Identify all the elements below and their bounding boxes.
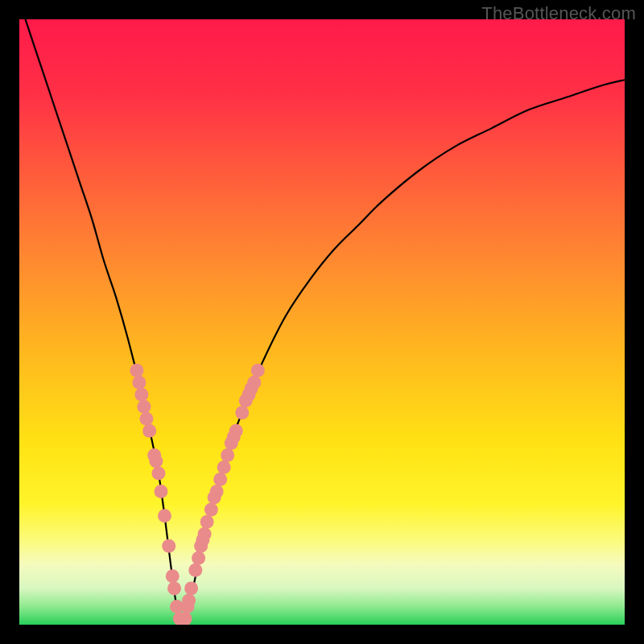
data-point-marker (154, 485, 167, 498)
bottleneck-chart (19, 19, 625, 625)
data-point-marker (213, 473, 227, 486)
data-point-marker (182, 593, 196, 607)
data-point-marker (162, 539, 175, 553)
chart-frame: TheBottleneck.com (0, 0, 644, 644)
watermark-text: TheBottleneck.com (481, 3, 636, 24)
data-point-marker (142, 424, 156, 438)
data-point-marker (139, 412, 153, 426)
data-point-marker (204, 503, 218, 517)
data-point-marker (132, 376, 146, 390)
data-point-marker (229, 424, 243, 438)
data-point-marker (247, 376, 261, 390)
data-point-marker (251, 364, 265, 378)
data-point-marker (200, 515, 214, 529)
data-point-marker (151, 467, 165, 481)
data-point-marker (130, 364, 143, 378)
gradient-background (19, 19, 625, 625)
data-point-marker (217, 460, 231, 474)
data-point-marker (158, 509, 171, 522)
data-point-marker (192, 551, 205, 565)
data-point-marker (166, 569, 180, 583)
data-point-marker (149, 454, 163, 468)
data-point-marker (137, 400, 151, 414)
data-point-marker (134, 388, 148, 402)
data-point-marker (235, 406, 249, 419)
data-point-marker (198, 527, 212, 541)
data-point-marker (210, 485, 224, 498)
data-point-marker (167, 581, 181, 595)
data-point-marker (184, 581, 198, 595)
data-point-marker (221, 448, 234, 462)
data-point-marker (188, 564, 202, 577)
